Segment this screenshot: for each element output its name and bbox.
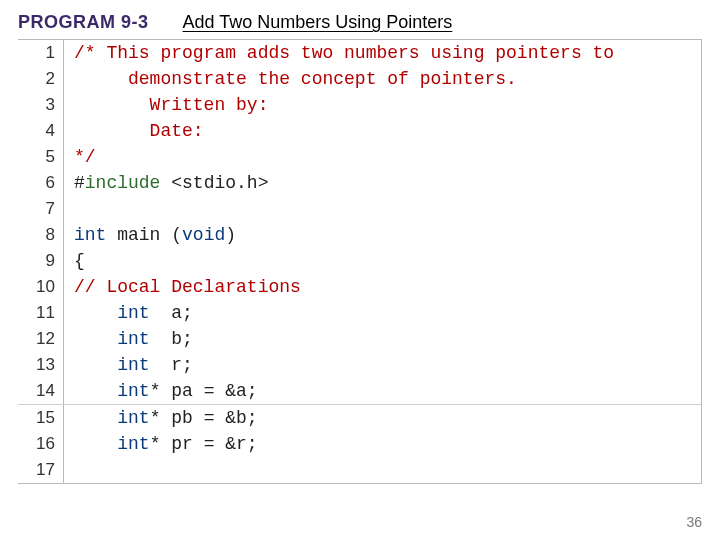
code-text: int* pr = &r;	[64, 431, 258, 457]
code-line: 12 int b;	[18, 326, 701, 352]
code-token: b;	[150, 329, 193, 349]
code-text: {	[64, 248, 85, 274]
code-token: int	[117, 329, 149, 349]
code-line: 6#include <stdio.h>	[18, 170, 701, 196]
program-label: PROGRAM 9-3	[18, 12, 149, 33]
code-line: 1/* This program adds two numbers using …	[18, 40, 701, 66]
code-token	[74, 408, 117, 428]
code-text: demonstrate the concept of pointers.	[64, 66, 517, 92]
code-text: Written by:	[64, 92, 268, 118]
code-line: 16 int* pr = &r;	[18, 431, 701, 457]
line-number: 12	[18, 326, 64, 352]
code-token	[74, 329, 117, 349]
code-token: int	[117, 408, 149, 428]
line-number: 4	[18, 118, 64, 144]
line-number: 11	[18, 300, 64, 326]
code-token: Date:	[74, 121, 204, 141]
line-number: 13	[18, 352, 64, 378]
line-number: 7	[18, 196, 64, 222]
line-number: 3	[18, 92, 64, 118]
code-text	[64, 196, 74, 222]
code-token: * pr = &r;	[150, 434, 258, 454]
code-line: 2 demonstrate the concept of pointers.	[18, 66, 701, 92]
line-number: 14	[18, 378, 64, 404]
code-token: */	[74, 147, 96, 167]
code-token: )	[225, 225, 236, 245]
code-token: * pa = &a;	[150, 381, 258, 401]
line-number: 8	[18, 222, 64, 248]
code-line: 14 int* pa = &a;	[18, 378, 701, 404]
code-text: int main (void)	[64, 222, 236, 248]
code-line: 15 int* pb = &b;	[18, 405, 701, 431]
code-line: 4 Date:	[18, 118, 701, 144]
code-token: int	[117, 303, 149, 323]
code-text: */	[64, 144, 96, 170]
line-number: 1	[18, 40, 64, 66]
code-text: int r;	[64, 352, 193, 378]
code-token: * pb = &b;	[150, 408, 258, 428]
line-number: 15	[18, 405, 64, 431]
code-text: int b;	[64, 326, 193, 352]
code-token	[74, 303, 117, 323]
code-token: Written by:	[74, 95, 268, 115]
code-token: include	[85, 173, 161, 193]
code-line: 5*/	[18, 144, 701, 170]
line-number: 17	[18, 457, 64, 483]
code-line: 10// Local Declarations	[18, 274, 701, 300]
code-line: 8int main (void)	[18, 222, 701, 248]
code-token: a;	[150, 303, 193, 323]
code-token	[74, 355, 117, 375]
code-token: int	[117, 434, 149, 454]
code-text: int* pb = &b;	[64, 405, 258, 431]
line-number: 10	[18, 274, 64, 300]
page-number: 36	[686, 514, 702, 530]
code-line: 17	[18, 457, 701, 483]
code-token: main (	[106, 225, 182, 245]
line-number: 5	[18, 144, 64, 170]
line-number: 6	[18, 170, 64, 196]
header: PROGRAM 9-3 Add Two Numbers Using Pointe…	[18, 12, 702, 33]
code-line: 11 int a;	[18, 300, 701, 326]
code-text: /* This program adds two numbers using p…	[64, 40, 614, 66]
code-token	[74, 434, 117, 454]
code-token: r;	[150, 355, 193, 375]
code-token: // Local Declarations	[74, 277, 301, 297]
code-token: void	[182, 225, 225, 245]
code-block: 1/* This program adds two numbers using …	[18, 39, 702, 484]
line-number: 2	[18, 66, 64, 92]
code-line: 3 Written by:	[18, 92, 701, 118]
code-text: // Local Declarations	[64, 274, 301, 300]
code-line: 7	[18, 196, 701, 222]
slide: PROGRAM 9-3 Add Two Numbers Using Pointe…	[0, 0, 720, 540]
code-line: 9{	[18, 248, 701, 274]
code-token: {	[74, 251, 85, 271]
code-token: int	[117, 355, 149, 375]
code-text: #include <stdio.h>	[64, 170, 268, 196]
code-token: #	[74, 173, 85, 193]
code-text: int a;	[64, 300, 193, 326]
program-title: Add Two Numbers Using Pointers	[183, 12, 453, 33]
code-text: Date:	[64, 118, 204, 144]
code-token: int	[117, 381, 149, 401]
code-token	[74, 381, 117, 401]
code-token: demonstrate the concept of pointers.	[74, 69, 517, 89]
line-number: 9	[18, 248, 64, 274]
code-token: <stdio.h>	[160, 173, 268, 193]
code-text	[64, 457, 74, 483]
line-number: 16	[18, 431, 64, 457]
code-line: 13 int r;	[18, 352, 701, 378]
code-token: int	[74, 225, 106, 245]
code-text: int* pa = &a;	[64, 378, 258, 404]
code-token: /* This program adds two numbers using p…	[74, 43, 614, 63]
